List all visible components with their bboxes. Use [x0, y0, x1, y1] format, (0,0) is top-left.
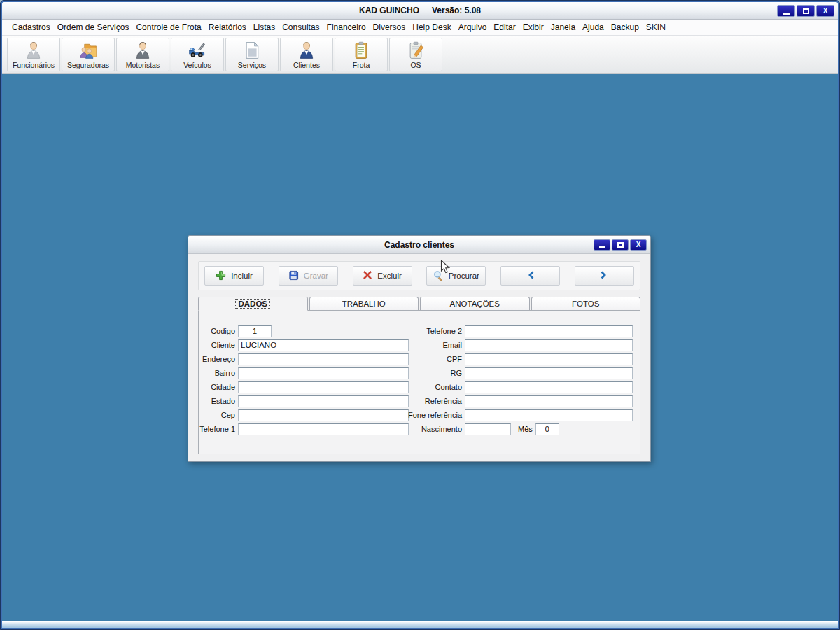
menu-item-listas[interactable]: Listas: [250, 20, 279, 34]
close-icon: X: [636, 241, 641, 248]
person-blue-icon: [297, 41, 316, 60]
menu-item-ajuda[interactable]: Ajuda: [579, 20, 608, 34]
contato-label: Contato: [398, 383, 462, 391]
menu-item-consultas[interactable]: Consultas: [279, 20, 323, 34]
form-right-column: Telefone 2 Email CPF RG Contato: [398, 324, 633, 436]
form-row-cep: Cep: [195, 408, 409, 422]
maximize-icon: [803, 8, 809, 14]
tab-anotacoes[interactable]: ANOTAÇÕES: [420, 297, 530, 311]
excluir-button[interactable]: Excluir: [353, 266, 412, 286]
telefone2-field[interactable]: [465, 326, 633, 337]
toolbar-label: Motoristas: [126, 61, 160, 69]
tab-fotos[interactable]: FOTOS: [531, 297, 641, 311]
clipboard-pencil-icon: [406, 41, 426, 60]
dialog-title: Cadastro clientes: [384, 240, 454, 250]
estado-field[interactable]: [238, 396, 409, 407]
person-gray-icon: [24, 41, 43, 60]
menu-item-exibir[interactable]: Exibir: [519, 20, 547, 34]
email-label: Email: [398, 341, 462, 349]
menu-item-financeiro[interactable]: Financeiro: [323, 20, 370, 34]
mes-label: Mês: [518, 425, 533, 433]
maximize-button[interactable]: [797, 5, 815, 17]
incluir-button[interactable]: Incluir: [204, 266, 264, 286]
close-button[interactable]: X: [816, 5, 834, 17]
next-record-button[interactable]: [575, 266, 634, 286]
procurar-button[interactable]: Procurar: [426, 266, 486, 286]
form-row-email: Email: [398, 338, 633, 352]
minimize-button[interactable]: [777, 5, 795, 17]
toolbar-button-motoristas[interactable]: Motoristas: [116, 38, 169, 71]
toolbar-button-veiculos[interactable]: Veículos: [171, 38, 224, 71]
menu-item-controle-de-frota[interactable]: Controle de Frota: [132, 20, 204, 34]
menu-item-skin[interactable]: SKIN: [643, 20, 669, 34]
minimize-icon: [783, 13, 790, 15]
toolbar-button-clientes[interactable]: Clientes: [280, 38, 333, 71]
dialog-toolbar: Incluir Gravar Excluir Procurar: [198, 261, 640, 290]
referencia-field[interactable]: [465, 396, 633, 407]
menu-item-ordem-de-servicos[interactable]: Ordem de Serviços: [54, 20, 133, 34]
dialog-window-controls: X: [594, 239, 647, 251]
toolbar-label: Clientes: [293, 61, 320, 69]
nascimento-field[interactable]: [465, 424, 511, 435]
mdi-client-area: Cadastro clientes X Incluir Gravar: [2, 76, 838, 621]
toolbar-button-funcionarios[interactable]: Funcionários: [7, 38, 60, 71]
main-toolbar: Funcionários Seguradoras Motoristas Veíc…: [2, 36, 838, 74]
toolbar-button-seguradoras[interactable]: Seguradoras: [62, 38, 115, 71]
close-icon: X: [823, 8, 828, 15]
menu-item-relatorios[interactable]: Relatórios: [205, 20, 250, 34]
telefone2-label: Telefone 2: [398, 327, 462, 335]
menu-item-cadastros[interactable]: Cadastros: [8, 20, 54, 34]
toolbar-button-servicos[interactable]: Serviços: [225, 38, 279, 71]
dialog-close-button[interactable]: X: [630, 239, 647, 251]
telefone1-field[interactable]: [238, 424, 409, 435]
contato-field[interactable]: [465, 382, 633, 393]
dialog-tab-bar: DADOS TRABALHO ANOTAÇÕES FOTOS: [198, 297, 640, 311]
email-field[interactable]: [465, 340, 633, 351]
status-bar: [2, 621, 838, 628]
dialog-minimize-button[interactable]: [594, 239, 610, 251]
maximize-icon: [617, 242, 624, 248]
menu-item-backup[interactable]: Backup: [608, 20, 643, 34]
bairro-field[interactable]: [238, 368, 409, 379]
form-left-column: Codigo Cliente Endereço Bairro Cidade: [195, 324, 409, 436]
form-row-fone-referencia: Fone referência: [398, 408, 633, 422]
menu-item-help-desk[interactable]: Help Desk: [409, 20, 454, 34]
menu-item-arquivo[interactable]: Arquivo: [455, 20, 491, 34]
menu-item-diversos[interactable]: Diversos: [370, 20, 410, 34]
dialog-maximize-button[interactable]: [612, 239, 629, 251]
toolbar-label: Seguradoras: [67, 61, 109, 69]
magnifier-icon: [433, 270, 444, 282]
dialog-title-bar[interactable]: Cadastro clientes X: [188, 236, 650, 254]
form-row-telefone1: Telefone 1: [195, 422, 409, 436]
cidade-field[interactable]: [238, 382, 409, 393]
mes-field[interactable]: [536, 424, 559, 435]
previous-record-button[interactable]: [500, 266, 560, 286]
cliente-field[interactable]: [238, 340, 409, 351]
cep-field[interactable]: [238, 410, 409, 421]
toolbar-label: OS: [410, 61, 421, 69]
tab-trabalho[interactable]: TRABALHO: [309, 297, 419, 311]
fone-referencia-field[interactable]: [465, 410, 633, 421]
endereco-label: Endereço: [195, 355, 235, 363]
procurar-label: Procurar: [449, 272, 479, 280]
form-row-cpf: CPF: [398, 352, 633, 366]
endereco-field[interactable]: [238, 354, 409, 365]
form-row-telefone2: Telefone 2: [398, 324, 633, 338]
codigo-label: Codigo: [195, 327, 235, 335]
person-dark-icon: [133, 41, 153, 60]
gravar-button[interactable]: Gravar: [279, 266, 338, 286]
menu-item-editar[interactable]: Editar: [490, 20, 519, 34]
tab-dados[interactable]: DADOS: [198, 297, 308, 311]
rg-field[interactable]: [465, 368, 633, 379]
toolbar-label: Veículos: [183, 61, 211, 69]
form-row-estado: Estado: [195, 394, 409, 408]
bairro-label: Bairro: [195, 369, 235, 377]
toolbar-button-os[interactable]: OS: [389, 38, 442, 71]
gravar-label: Gravar: [304, 272, 328, 280]
cpf-field[interactable]: [465, 354, 633, 365]
menu-item-janela[interactable]: Janela: [547, 20, 579, 34]
clipboard-icon: [351, 41, 371, 60]
toolbar-button-frota[interactable]: Frota: [335, 38, 388, 71]
codigo-field[interactable]: [238, 326, 272, 337]
chevron-right-icon: [599, 270, 609, 281]
